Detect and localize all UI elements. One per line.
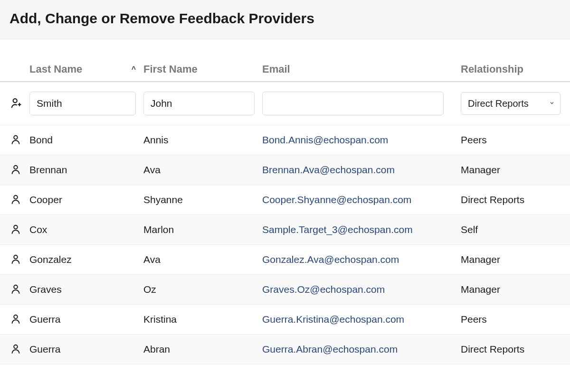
- column-header-firstname[interactable]: First Name: [143, 63, 262, 75]
- svg-point-9: [14, 315, 18, 319]
- column-header-relationship-label: Relationship: [461, 63, 523, 75]
- person-icon-cell: [10, 283, 29, 296]
- column-header-email[interactable]: Email: [262, 63, 461, 75]
- cell-email: Brennan.Ava@echospan.com: [262, 164, 461, 176]
- person-icon-cell: [10, 313, 29, 326]
- table-row[interactable]: GuerraAbranGuerra.Abran@echospan.comDire…: [0, 335, 570, 364]
- table-row[interactable]: CoxMarlonSample.Target_3@echospan.comSel…: [0, 215, 570, 245]
- table-row[interactable]: GonzalezAvaGonzalez.Ava@echospan.comMana…: [0, 245, 570, 275]
- table-row[interactable]: GuerraKristinaGuerra.Kristina@echospan.c…: [0, 305, 570, 335]
- cell-lastname: Brennan: [29, 164, 143, 176]
- person-icon: [10, 224, 29, 236]
- table-row[interactable]: GravesOzGraves.Oz@echospan.comManager: [0, 275, 570, 305]
- add-person-icon-cell: [10, 97, 29, 110]
- column-header-lastname[interactable]: Last Name ^: [29, 63, 143, 75]
- cell-firstname: Annis: [143, 134, 262, 146]
- add-new-row: Direct Reports: [0, 82, 570, 125]
- cell-relationship: Manager: [461, 164, 560, 176]
- cell-email: Graves.Oz@echospan.com: [262, 284, 461, 295]
- cell-firstname: Ava: [143, 254, 262, 265]
- cell-email: Cooper.Shyanne@echospan.com: [262, 194, 461, 205]
- svg-point-7: [14, 255, 18, 259]
- column-header-lastname-label: Last Name: [29, 63, 82, 75]
- cell-lastname: Guerra: [29, 314, 143, 325]
- email-link[interactable]: Bond.Annis@echospan.com: [262, 134, 388, 145]
- page-header: Add, Change or Remove Feedback Providers: [0, 0, 570, 39]
- content-area: Last Name ^ First Name Email Relationshi…: [0, 39, 570, 364]
- person-icon: [10, 134, 29, 146]
- cell-firstname: Ava: [143, 164, 262, 176]
- relationship-select[interactable]: Direct Reports: [461, 92, 560, 115]
- person-icon: [10, 343, 29, 355]
- person-icon: [10, 194, 29, 206]
- svg-point-10: [14, 345, 18, 349]
- person-icon-cell: [10, 253, 29, 266]
- cell-firstname: Marlon: [143, 224, 262, 235]
- person-icon: [10, 164, 29, 176]
- table-row[interactable]: BrennanAvaBrennan.Ava@echospan.comManage…: [0, 155, 570, 185]
- cell-firstname: Abran: [143, 344, 262, 355]
- cell-email: Sample.Target_3@echospan.com: [262, 224, 461, 235]
- email-link[interactable]: Graves.Oz@echospan.com: [262, 284, 385, 295]
- person-icon-cell: [10, 194, 29, 206]
- firstname-input[interactable]: [143, 92, 255, 115]
- column-header-email-label: Email: [262, 63, 290, 75]
- cell-email: Guerra.Abran@echospan.com: [262, 344, 461, 355]
- person-icon: [10, 283, 29, 296]
- person-icon-cell: [10, 343, 29, 355]
- email-link[interactable]: Brennan.Ava@echospan.com: [262, 164, 395, 175]
- table-row[interactable]: BondAnnisBond.Annis@echospan.comPeers: [0, 125, 570, 155]
- add-person-icon[interactable]: [10, 97, 29, 110]
- svg-point-6: [14, 225, 18, 229]
- email-input[interactable]: [262, 92, 444, 115]
- cell-lastname: Guerra: [29, 344, 143, 355]
- email-link[interactable]: Guerra.Kristina@echospan.com: [262, 314, 404, 325]
- lastname-input[interactable]: [29, 92, 136, 115]
- table-body: BondAnnisBond.Annis@echospan.comPeersBre…: [0, 125, 570, 364]
- cell-email: Guerra.Kristina@echospan.com: [262, 314, 461, 325]
- email-link[interactable]: Gonzalez.Ava@echospan.com: [262, 254, 399, 265]
- svg-point-0: [13, 99, 17, 103]
- table-header-row: Last Name ^ First Name Email Relationshi…: [0, 63, 570, 82]
- column-header-firstname-label: First Name: [143, 63, 198, 75]
- person-icon-cell: [10, 164, 29, 176]
- column-header-relationship[interactable]: Relationship: [461, 63, 560, 75]
- email-link[interactable]: Cooper.Shyanne@echospan.com: [262, 194, 411, 205]
- cell-firstname: Shyanne: [143, 194, 262, 205]
- cell-lastname: Graves: [29, 284, 143, 295]
- person-icon: [10, 313, 29, 326]
- svg-point-8: [14, 285, 18, 289]
- cell-relationship: Direct Reports: [461, 194, 560, 205]
- cell-lastname: Gonzalez: [29, 254, 143, 265]
- cell-email: Gonzalez.Ava@echospan.com: [262, 254, 461, 265]
- email-link[interactable]: Guerra.Abran@echospan.com: [262, 344, 398, 355]
- svg-point-4: [14, 166, 18, 169]
- cell-relationship: Peers: [461, 134, 560, 146]
- cell-relationship: Peers: [461, 314, 560, 325]
- person-icon: [10, 253, 29, 266]
- cell-lastname: Cooper: [29, 194, 143, 205]
- table-row[interactable]: CooperShyanneCooper.Shyanne@echospan.com…: [0, 185, 570, 215]
- cell-lastname: Cox: [29, 224, 143, 235]
- cell-relationship: Direct Reports: [461, 344, 560, 355]
- person-icon-cell: [10, 224, 29, 236]
- cell-relationship: Self: [461, 224, 560, 235]
- sort-caret-icon: ^: [132, 65, 143, 74]
- person-icon-cell: [10, 134, 29, 146]
- cell-lastname: Bond: [29, 134, 143, 146]
- svg-point-5: [14, 196, 18, 199]
- cell-relationship: Manager: [461, 254, 560, 265]
- page-title: Add, Change or Remove Feedback Providers: [10, 10, 560, 27]
- cell-relationship: Manager: [461, 284, 560, 295]
- cell-email: Bond.Annis@echospan.com: [262, 134, 461, 146]
- svg-point-3: [14, 136, 18, 140]
- email-link[interactable]: Sample.Target_3@echospan.com: [262, 224, 413, 235]
- cell-firstname: Oz: [143, 284, 262, 295]
- cell-firstname: Kristina: [143, 314, 262, 325]
